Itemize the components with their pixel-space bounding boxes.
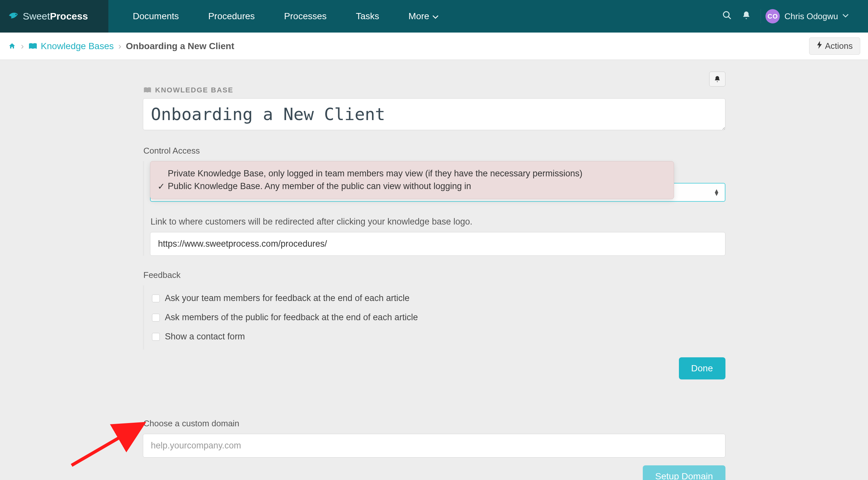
page-content: KNOWLEDGE BASE Control Access Private Kn… <box>143 86 725 480</box>
annotation-arrow-icon <box>65 417 150 469</box>
top-nav: SweetProcess Documents Procedures Proces… <box>0 0 868 33</box>
checkbox-icon[interactable] <box>152 314 160 322</box>
breadcrumb: › Knowledge Bases › Onboarding a New Cli… <box>8 41 234 52</box>
kb-section-label: KNOWLEDGE BASE <box>143 86 725 94</box>
nav-procedures[interactable]: Procedures <box>194 11 270 22</box>
nav-documents[interactable]: Documents <box>118 11 194 22</box>
access-option-public[interactable]: ✓ Public Knowledge Base. Any member of t… <box>157 180 666 193</box>
custom-domain-section: Choose a custom domain Setup Domain <box>143 418 725 480</box>
search-icon[interactable] <box>722 10 732 23</box>
check-icon: ✓ <box>157 181 165 192</box>
chevron-down-icon <box>843 13 848 19</box>
brand-text: SweetProcess <box>23 11 88 22</box>
nav-links: Documents Procedures Processes Tasks Mor… <box>108 11 722 22</box>
feedback-option-public[interactable]: Ask members of the public for feedback a… <box>152 308 725 327</box>
setup-domain-button[interactable]: Setup Domain <box>643 466 725 480</box>
nav-right: CO Chris Odogwu <box>722 9 868 24</box>
done-button[interactable]: Done <box>679 357 725 379</box>
actions-button[interactable]: Actions <box>809 37 860 55</box>
checkbox-icon[interactable] <box>152 294 160 302</box>
svg-line-2 <box>728 17 731 19</box>
svg-point-1 <box>723 11 730 17</box>
svg-point-0 <box>15 14 17 15</box>
avatar: CO <box>766 9 780 24</box>
nav-processes[interactable]: Processes <box>270 11 341 22</box>
fish-logo-icon <box>8 11 23 22</box>
redirect-hint: Link to where customers will be redirect… <box>151 217 725 227</box>
breadcrumb-current: Onboarding a New Client <box>126 41 234 52</box>
redirect-url-input[interactable] <box>150 232 725 256</box>
access-option-private[interactable]: Private Knowledge Base, only logged in t… <box>157 167 666 180</box>
user-menu[interactable]: CO Chris Odogwu <box>761 9 855 24</box>
nav-more[interactable]: More <box>394 11 453 22</box>
custom-domain-input[interactable] <box>143 434 725 457</box>
svg-line-3 <box>71 425 142 466</box>
breadcrumb-kb-link[interactable]: Knowledge Bases <box>28 41 114 52</box>
bell-icon[interactable] <box>742 10 751 23</box>
brand-area[interactable]: SweetProcess <box>0 0 108 33</box>
checkbox-icon[interactable] <box>152 333 160 341</box>
breadcrumb-sep: › <box>21 41 24 52</box>
user-name: Chris Odogwu <box>784 11 838 22</box>
breadcrumb-sep: › <box>118 41 121 52</box>
kb-title-input[interactable] <box>143 98 725 130</box>
control-access-block: Private Knowledge Base, only logged in t… <box>143 161 725 256</box>
feedback-option-team[interactable]: Ask your team members for feedback at th… <box>152 289 725 308</box>
feedback-option-contact-form[interactable]: Show a contact form <box>152 327 725 346</box>
home-icon[interactable] <box>8 42 16 50</box>
chevron-down-icon <box>433 11 438 22</box>
feedback-label: Feedback <box>144 270 725 280</box>
feedback-block: Ask your team members for feedback at th… <box>143 285 725 350</box>
select-caret-icon: ▲▼ <box>714 189 720 196</box>
bolt-icon <box>816 41 823 51</box>
access-dropdown-menu[interactable]: Private Knowledge Base, only logged in t… <box>150 161 674 199</box>
notify-toggle[interactable] <box>709 72 725 87</box>
control-access-label: Control Access <box>144 146 725 156</box>
custom-domain-label: Choose a custom domain <box>144 418 725 428</box>
breadcrumb-bar: › Knowledge Bases › Onboarding a New Cli… <box>0 33 868 60</box>
nav-tasks[interactable]: Tasks <box>341 11 394 22</box>
